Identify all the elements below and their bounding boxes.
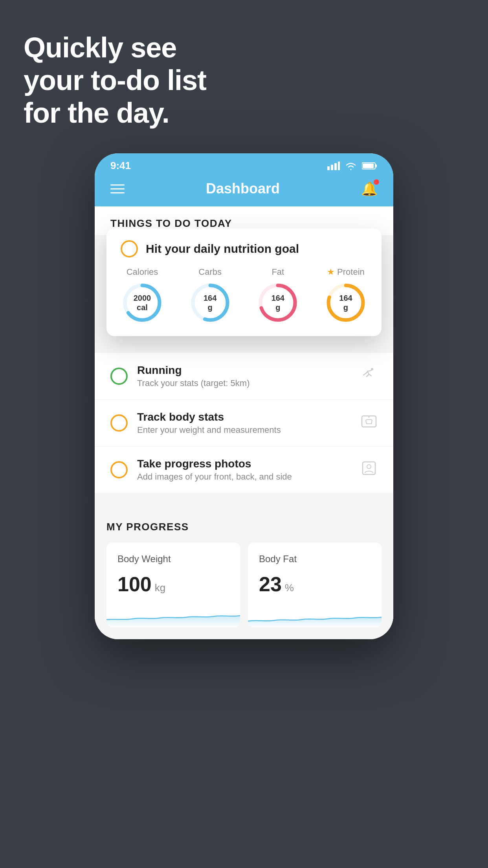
- todo-item-photos[interactable]: Take progress photos Add images of your …: [95, 447, 393, 493]
- person-icon: [360, 460, 378, 480]
- todo-list: Running Track your stats (target: 5km) T…: [95, 353, 393, 493]
- svg-rect-1: [331, 165, 333, 170]
- body-weight-value: 100: [117, 572, 152, 596]
- todo-subtitle-body-stats: Enter your weight and measurements: [137, 425, 351, 435]
- fat-label: Fat: [272, 267, 284, 277]
- protein-value: 164 g: [339, 293, 352, 312]
- body-fat-card[interactable]: Body Fat 23 %: [248, 542, 382, 627]
- hero-line-1: Quickly see: [24, 31, 206, 64]
- hero-line-3: for the day.: [24, 97, 206, 129]
- todo-text-running: Running Track your stats (target: 5km): [137, 364, 351, 388]
- protein-label-row: ★ Protein: [327, 267, 365, 277]
- progress-cards: Body Weight 100 kg: [106, 542, 382, 627]
- todo-circle-photos: [110, 461, 128, 478]
- todo-title-photos: Take progress photos: [137, 458, 351, 470]
- svg-rect-16: [362, 416, 376, 427]
- progress-section: MY PROGRESS Body Weight 100 kg: [95, 505, 393, 639]
- svg-rect-2: [334, 163, 337, 170]
- todo-title-body-stats: Track body stats: [137, 411, 351, 423]
- body-fat-chart: [248, 604, 382, 627]
- fat-circle: 164 g: [256, 281, 299, 324]
- svg-point-19: [367, 465, 371, 469]
- phone-frame: 9:41: [95, 153, 393, 639]
- todo-item-running[interactable]: Running Track your stats (target: 5km): [95, 353, 393, 400]
- body-fat-value-row: 23 %: [259, 572, 371, 596]
- calories-stat: Calories 2000 cal: [121, 267, 164, 324]
- app-header: Dashboard 🔔: [95, 175, 393, 206]
- nutrition-card[interactable]: Hit your daily nutrition goal Calories 2…: [106, 228, 382, 336]
- todo-text-body-stats: Track body stats Enter your weight and m…: [137, 411, 351, 435]
- body-weight-chart: [106, 604, 240, 627]
- svg-rect-6: [363, 164, 374, 168]
- svg-point-15: [371, 368, 373, 370]
- status-time: 9:41: [110, 160, 131, 172]
- hamburger-line-2: [110, 188, 125, 189]
- carbs-stat: Carbs 164 g: [189, 267, 232, 324]
- battery-icon: [362, 162, 378, 170]
- todo-title-running: Running: [137, 364, 351, 377]
- body-fat-card-title: Body Fat: [259, 554, 371, 565]
- todo-text-photos: Take progress photos Add images of your …: [137, 458, 351, 482]
- main-content: THINGS TO DO TODAY Hit your daily nutrit…: [95, 206, 393, 639]
- body-weight-card-title: Body Weight: [117, 554, 229, 565]
- notification-dot: [374, 179, 379, 185]
- hero-text: Quickly see your to-do list for the day.: [24, 31, 206, 129]
- status-icons: [327, 162, 378, 170]
- hero-line-2: your to-do list: [24, 64, 206, 97]
- signal-icon: [327, 162, 340, 170]
- nutrition-stats-row: Calories 2000 cal Carbs: [121, 267, 367, 324]
- star-icon: ★: [327, 267, 335, 277]
- body-fat-unit: %: [285, 582, 294, 594]
- todo-item-body-stats[interactable]: Track body stats Enter your weight and m…: [95, 400, 393, 447]
- header-title: Dashboard: [206, 180, 280, 197]
- wifi-icon: [345, 162, 357, 170]
- progress-title: MY PROGRESS: [106, 521, 382, 533]
- notification-button[interactable]: 🔔: [361, 181, 378, 197]
- calories-label: Calories: [127, 267, 158, 277]
- protein-label: Protein: [337, 267, 365, 277]
- calories-circle: 2000 cal: [121, 281, 164, 324]
- protein-circle: 164 g: [324, 281, 367, 324]
- hamburger-line-1: [110, 184, 125, 186]
- fat-value: 164 g: [272, 293, 284, 312]
- calories-value: 2000 cal: [134, 293, 151, 312]
- todo-subtitle-photos: Add images of your front, back, and side: [137, 472, 351, 482]
- nutrition-circle-radio[interactable]: [121, 240, 138, 257]
- hamburger-line-3: [110, 192, 125, 193]
- body-weight-value-row: 100 kg: [117, 572, 229, 596]
- carbs-value: 164 g: [204, 293, 216, 312]
- body-weight-card[interactable]: Body Weight 100 kg: [106, 542, 240, 627]
- status-bar: 9:41: [95, 153, 393, 175]
- svg-rect-0: [327, 166, 330, 170]
- carbs-label: Carbs: [198, 267, 222, 277]
- hamburger-button[interactable]: [110, 184, 125, 193]
- body-fat-value: 23: [259, 572, 282, 596]
- fat-stat: Fat 164 g: [256, 267, 299, 324]
- svg-rect-3: [338, 162, 340, 170]
- todo-circle-running: [110, 368, 128, 385]
- nutrition-goal-header: Hit your daily nutrition goal: [121, 240, 367, 257]
- protein-stat: ★ Protein 164 g: [324, 267, 367, 324]
- carbs-circle: 164 g: [189, 281, 232, 324]
- todo-circle-body-stats: [110, 414, 128, 432]
- body-weight-unit: kg: [155, 582, 165, 594]
- svg-rect-5: [375, 164, 377, 167]
- scale-icon: [360, 413, 378, 433]
- running-icon: [360, 368, 378, 384]
- nutrition-goal-title: Hit your daily nutrition goal: [146, 242, 299, 256]
- todo-subtitle-running: Track your stats (target: 5km): [137, 378, 351, 388]
